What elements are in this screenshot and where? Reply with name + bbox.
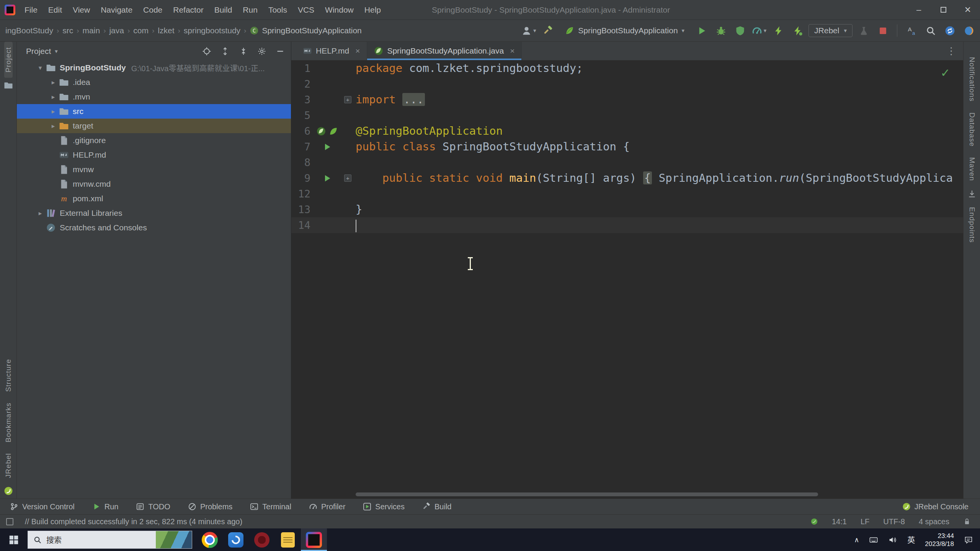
news-widget-thumbnail[interactable]: [156, 531, 192, 548]
inspection-ok-icon[interactable]: ✓: [941, 65, 950, 81]
taskbar-app-blue-app[interactable]: [223, 528, 249, 551]
breadcrumb-springbootstudyapplication[interactable]: CSpringBootStudyApplication: [249, 26, 362, 35]
input-language[interactable]: 英: [907, 534, 915, 545]
action-center-icon[interactable]: [964, 535, 973, 544]
download-icon[interactable]: [967, 189, 977, 199]
tab-help-md[interactable]: HELP.md×: [296, 42, 367, 60]
breadcrumb-springbootstudy[interactable]: springbootstudy: [183, 26, 241, 35]
jrebel-combo-select[interactable]: JRebel▾: [808, 24, 853, 37]
debug-with-jrebel-button[interactable]: [789, 23, 805, 39]
breadcrumb-main[interactable]: main: [82, 26, 101, 35]
toolwindow-button-todo[interactable]: TODO: [136, 502, 170, 511]
more-options-icon[interactable]: ⋮: [939, 42, 963, 60]
toolwindow-button-terminal[interactable]: Terminal: [250, 502, 291, 511]
chevron-right-icon[interactable]: ▸: [47, 93, 59, 101]
close-button[interactable]: ✕: [956, 0, 980, 20]
coverage-button[interactable]: [732, 23, 748, 39]
toolwindow-button-problems[interactable]: Problems: [188, 502, 232, 511]
menu-view[interactable]: View: [67, 0, 95, 20]
tree-item-gitignore[interactable]: .gitignore: [17, 133, 291, 148]
project-folder-icon[interactable]: [4, 81, 13, 90]
menu-code[interactable]: Code: [138, 0, 168, 20]
run-configuration-select[interactable]: SpringBootStudyApplication▾: [561, 24, 688, 37]
menu-refactor[interactable]: Refactor: [168, 0, 209, 20]
menu-tools[interactable]: Tools: [263, 0, 292, 20]
project-view-select[interactable]: Project ▾: [26, 47, 58, 56]
build-hammer-button[interactable]: [540, 23, 556, 39]
tree-item-src[interactable]: ▸src: [17, 104, 291, 119]
tree-item-springbootstudy[interactable]: ▾SpringBootStudyG:\01-Java零基础到高薪就业课\01-正…: [17, 60, 291, 75]
code-editor[interactable]: ✓ 1package com.lzket.springbootstudy;23+…: [291, 60, 963, 499]
menu-window[interactable]: Window: [320, 0, 359, 20]
chevron-right-icon[interactable]: ▸: [47, 108, 59, 116]
chevron-down-icon[interactable]: ▾: [34, 64, 46, 72]
tree-item-mvnw-cmd[interactable]: mvnw.cmd: [17, 177, 291, 191]
menu-file[interactable]: File: [19, 0, 43, 20]
taskbar-app-chrome[interactable]: [197, 528, 223, 551]
toolwindow-stripe-maven[interactable]: Maven: [968, 152, 976, 186]
breadcrumb-com[interactable]: com: [132, 26, 149, 35]
tree-item-pom-xml[interactable]: mpom.xml: [17, 191, 291, 206]
run-line-icon[interactable]: [323, 174, 332, 183]
tree-item-external-libraries[interactable]: ▸External Libraries: [17, 206, 291, 220]
run-button[interactable]: [694, 23, 710, 39]
toolwindow-button-run[interactable]: Run: [92, 502, 119, 511]
breadcrumb-ingbootstudy[interactable]: ingBootStudy: [5, 26, 54, 35]
globe-button[interactable]: [961, 23, 977, 39]
toolwindow-button-jrebel-console[interactable]: JRebel Console: [902, 502, 969, 511]
taskbar-app-intellij[interactable]: [301, 528, 327, 551]
search-everywhere-button[interactable]: [923, 23, 939, 39]
toolwindow-stripe-structure[interactable]: Structure: [4, 354, 13, 397]
toolwindow-button-version-control[interactable]: Version Control: [10, 502, 75, 511]
taskbar-search[interactable]: 搜索: [28, 531, 192, 549]
menu-navigate[interactable]: Navigate: [95, 0, 138, 20]
toolwindow-button-build[interactable]: Build: [422, 502, 451, 511]
fold-marker-icon[interactable]: +: [344, 96, 351, 103]
collapse-all-icon[interactable]: [239, 47, 248, 56]
tree-item-mvnw[interactable]: mvnw: [17, 162, 291, 177]
settings-icon[interactable]: [257, 47, 266, 56]
indent[interactable]: 4 spaces: [919, 517, 949, 526]
line-separator[interactable]: LF: [861, 517, 869, 526]
run-with-jrebel-button[interactable]: [770, 23, 786, 39]
toolwindow-button-services[interactable]: Services: [363, 502, 405, 511]
tree-item-target[interactable]: ▸target: [17, 119, 291, 133]
spring-leaf-icon[interactable]: [329, 127, 338, 136]
breadcrumb-lzket[interactable]: lzket: [157, 26, 175, 35]
menu-vcs[interactable]: VCS: [292, 0, 320, 20]
chevron-right-icon[interactable]: ▸: [47, 122, 59, 130]
lock-icon[interactable]: [963, 518, 971, 525]
toolwindow-toggle-icon[interactable]: [6, 518, 13, 525]
tree-item-mvn[interactable]: ▸.mvn: [17, 90, 291, 104]
menu-run[interactable]: Run: [237, 0, 263, 20]
stop-button[interactable]: [875, 23, 891, 39]
green-ball-icon[interactable]: [810, 518, 818, 525]
flask-button[interactable]: [856, 23, 872, 39]
tree-item-help-md[interactable]: HELP.md: [17, 148, 291, 162]
toolwindow-stripe-project[interactable]: Project: [4, 42, 13, 78]
clock[interactable]: 23:44 2023/8/18: [925, 532, 954, 548]
chevron-right-icon[interactable]: ▸: [47, 78, 59, 86]
run-line-icon[interactable]: [323, 142, 332, 152]
hide-icon[interactable]: [276, 47, 285, 56]
encoding[interactable]: UTF-8: [883, 517, 905, 526]
taskbar-app-notepad[interactable]: [275, 528, 301, 551]
menu-help[interactable]: Help: [359, 0, 386, 20]
toolwindow-stripe-endpoints[interactable]: Endpoints: [968, 202, 976, 248]
maximize-button[interactable]: [931, 0, 956, 20]
menu-build[interactable]: Build: [209, 0, 238, 20]
breadcrumb-src[interactable]: src: [62, 26, 74, 35]
caret-position[interactable]: 14:1: [832, 517, 847, 526]
debug-button[interactable]: [713, 23, 729, 39]
spring-bean-icon[interactable]: [317, 127, 326, 136]
tree-item-idea[interactable]: ▸.idea: [17, 75, 291, 90]
toolwindow-stripe-database[interactable]: Database: [968, 107, 976, 152]
toolwindow-button-profiler[interactable]: Profiler: [309, 502, 345, 511]
tray-expand-icon[interactable]: ∧: [854, 536, 859, 544]
menu-edit[interactable]: Edit: [43, 0, 67, 20]
close-icon[interactable]: ×: [355, 46, 360, 55]
tree-item-scratches-and-consoles[interactable]: Scratches and Consoles: [17, 220, 291, 235]
minimize-button[interactable]: –: [906, 0, 931, 20]
start-button[interactable]: [0, 528, 28, 551]
profiler-button[interactable]: ▾: [751, 23, 767, 39]
